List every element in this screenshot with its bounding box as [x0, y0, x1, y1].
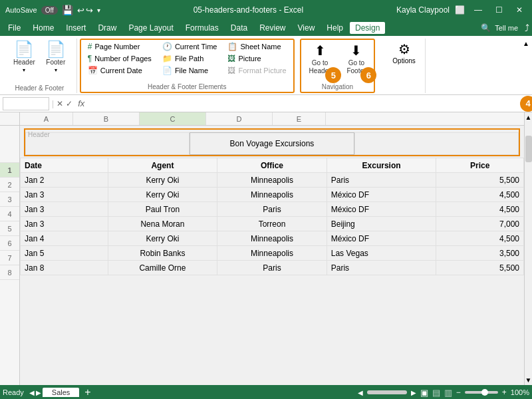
- maximize-button[interactable]: ☐: [491, 4, 507, 16]
- cell-agent-5[interactable]: Robin Banks: [108, 246, 217, 261]
- minimize-button[interactable]: —: [470, 4, 486, 16]
- cell-price-3c[interactable]: 7,000: [436, 217, 524, 231]
- goto-footer-button[interactable]: ⬇ Go toFooter 6: [342, 41, 370, 76]
- horizontal-scroll-left[interactable]: ◀: [358, 389, 363, 396]
- zoom-plus-button[interactable]: +: [502, 388, 507, 397]
- row-num-header: [0, 112, 19, 126]
- cell-date-3b[interactable]: Jan 3: [21, 202, 108, 217]
- zoom-minus-button[interactable]: −: [456, 388, 461, 397]
- row-num-header-area: [0, 126, 19, 163]
- ribbon-collapse-icon[interactable]: ⬜: [455, 5, 465, 15]
- page-break-view-button[interactable]: ▥: [444, 388, 452, 398]
- cell-price-4[interactable]: 4,500: [436, 231, 524, 246]
- scroll-thumb[interactable]: [525, 136, 532, 162]
- cell-date-5[interactable]: Jan 5: [21, 246, 108, 261]
- current-date-button[interactable]: 📅 Current Date: [85, 65, 154, 76]
- options-button[interactable]: ⚙ Options: [388, 40, 419, 66]
- scroll-left-arrow[interactable]: ◀: [29, 389, 35, 396]
- cell-agent-2[interactable]: Kerry Oki: [108, 173, 217, 188]
- file-name-button[interactable]: 📄 File Name: [160, 65, 220, 76]
- cell-price-5[interactable]: 3,500: [436, 246, 524, 261]
- name-box[interactable]: [3, 97, 49, 110]
- share-icon[interactable]: ⤴: [525, 23, 529, 33]
- save-icon[interactable]: 💾: [62, 5, 73, 15]
- sheet-tab-sales[interactable]: Sales: [43, 388, 80, 397]
- elements-col1: # Page Number ¶ Number of Pages 📅 Curren…: [85, 41, 154, 82]
- cell-price-3a[interactable]: 4,500: [436, 188, 524, 202]
- menu-page-layout[interactable]: Page Layout: [123, 22, 178, 34]
- menu-insert[interactable]: Insert: [61, 22, 91, 34]
- cell-date-3c[interactable]: Jan 3: [21, 217, 108, 231]
- formula-input[interactable]: [87, 99, 511, 108]
- cell-date-2[interactable]: Jan 2: [21, 173, 108, 188]
- cell-office-3b[interactable]: Paris: [217, 202, 327, 217]
- cell-office-3a[interactable]: Minneapolis: [217, 188, 327, 202]
- horizontal-scroll-right[interactable]: ▶: [411, 389, 416, 396]
- goto-header-button[interactable]: ⬆ Go toHeader 5: [305, 41, 335, 76]
- header-center-cell[interactable]: Bon Voyage Excursions: [190, 132, 354, 155]
- cell-excursion-8[interactable]: Paris: [327, 261, 436, 275]
- cell-office-4[interactable]: Minneapolis: [217, 231, 327, 246]
- menu-view[interactable]: View: [293, 22, 321, 34]
- cell-price-8[interactable]: 5,500: [436, 261, 524, 275]
- add-sheet-button[interactable]: +: [80, 386, 94, 398]
- cell-office-5[interactable]: Minneapolis: [217, 246, 327, 261]
- vertical-scrollbar[interactable]: ▲ ▼: [524, 112, 532, 385]
- format-picture-button[interactable]: 🖼 Format Picture: [225, 65, 289, 76]
- picture-button[interactable]: 🖼 Picture: [225, 53, 289, 64]
- page-layout-view-button[interactable]: ▤: [432, 388, 440, 398]
- formula-enter-button[interactable]: ✓: [66, 99, 72, 108]
- cell-excursion-2[interactable]: Paris: [327, 173, 436, 188]
- formula-cancel-button[interactable]: ✕: [57, 99, 63, 108]
- cell-date-8[interactable]: Jan 8: [21, 261, 108, 275]
- number-of-pages-button[interactable]: ¶ Number of Pages: [85, 53, 154, 64]
- cell-excursion-3a[interactable]: México DF: [327, 188, 436, 202]
- header-left-cell[interactable]: [25, 132, 190, 155]
- current-time-button[interactable]: 🕐 Current Time: [160, 41, 220, 52]
- cell-price-2[interactable]: 5,500: [436, 173, 524, 188]
- cell-agent-3c[interactable]: Nena Moran: [108, 217, 217, 231]
- cell-agent-8[interactable]: Camille Orne: [108, 261, 217, 275]
- sheet-name-button[interactable]: 📋 Sheet Name: [225, 41, 289, 52]
- cell-office-3c[interactable]: Torreon: [217, 217, 327, 231]
- tell-me-input[interactable]: Tell me: [495, 24, 518, 32]
- menu-help[interactable]: Help: [321, 22, 348, 34]
- cell-excursion-3c[interactable]: Beijing: [327, 217, 436, 231]
- menu-file[interactable]: File: [3, 22, 26, 34]
- menu-formulas[interactable]: Formulas: [180, 22, 224, 34]
- footer-button[interactable]: 📄 Footer ▾: [42, 40, 70, 74]
- page-number-button[interactable]: # Page Number: [85, 41, 154, 52]
- header-right-cell[interactable]: [354, 132, 519, 155]
- undo-button[interactable]: ↩: [77, 5, 84, 15]
- scroll-down-arrow[interactable]: ▼: [524, 375, 532, 385]
- normal-view-button[interactable]: ▣: [420, 388, 428, 398]
- cell-agent-4[interactable]: Kerry Oki: [108, 231, 217, 246]
- cell-agent-3a[interactable]: Kerry Oki: [108, 188, 217, 202]
- cell-price-3b[interactable]: 4,500: [436, 202, 524, 217]
- cell-excursion-5[interactable]: Las Vegas: [327, 246, 436, 261]
- autosave-toggle[interactable]: Off: [41, 6, 58, 15]
- menu-design[interactable]: Design: [350, 22, 385, 34]
- cell-excursion-3b[interactable]: México DF: [327, 202, 436, 217]
- menu-home[interactable]: Home: [27, 22, 59, 34]
- header-button[interactable]: 📄 Header ▾: [9, 40, 39, 74]
- cell-agent-3b[interactable]: Paul Tron: [108, 202, 217, 217]
- scroll-right-arrow[interactable]: ▶: [36, 389, 41, 396]
- zoom-handle[interactable]: [481, 389, 488, 396]
- collapse-ribbon-button[interactable]: ▲: [523, 39, 529, 48]
- cell-office-8[interactable]: Paris: [217, 261, 327, 275]
- cell-office-2[interactable]: Minneapolis: [217, 173, 327, 188]
- cell-date-3a[interactable]: Jan 3: [21, 188, 108, 202]
- close-button[interactable]: ✕: [512, 4, 527, 16]
- cell-date-4[interactable]: Jan 4: [21, 231, 108, 246]
- menu-review[interactable]: Review: [254, 22, 291, 34]
- cell-excursion-4[interactable]: México DF: [327, 231, 436, 246]
- menu-draw[interactable]: Draw: [92, 22, 122, 34]
- elements-group-label: Header & Footer Elements: [85, 82, 289, 90]
- scroll-up-arrow[interactable]: ▲: [524, 112, 532, 122]
- zoom-slider[interactable]: [465, 391, 498, 394]
- redo-button[interactable]: ↪: [86, 5, 93, 15]
- file-path-button[interactable]: 📁 File Path: [160, 53, 220, 64]
- menu-data[interactable]: Data: [225, 22, 253, 34]
- horizontal-scrollbar[interactable]: [367, 390, 407, 394]
